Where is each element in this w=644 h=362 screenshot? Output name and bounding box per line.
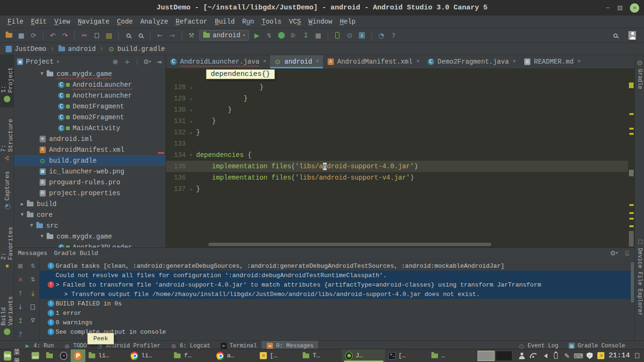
tree-row-demo1fragment[interactable]: CDemo1Fragment (14, 101, 165, 112)
menu-item-navigate[interactable]: Navigate (74, 18, 113, 25)
message-line-3[interactable]: > Transform output file /home/zhaoyu/ins… (40, 289, 635, 299)
rail-tab-build-variants[interactable]: Build Variants (0, 274, 14, 340)
rail-tab-captures[interactable]: ◔Captures (3, 166, 11, 215)
code-line-130[interactable]: 130▵ } (166, 104, 628, 115)
tool-window-button-4--run[interactable]: ▶4: Run (19, 341, 58, 349)
tool-window-button-event-log[interactable]: ○Event Log (513, 341, 563, 349)
launcher-camera[interactable] (57, 349, 71, 362)
menu-item-code[interactable]: Code (113, 18, 137, 25)
menu-item-build[interactable]: Build (211, 18, 239, 25)
stripe-mark-7[interactable] (629, 218, 634, 220)
fold-marker[interactable]: ▵ (186, 186, 196, 192)
message-line-6[interactable]: i0 warnings (40, 318, 635, 327)
code-line-133[interactable]: 133 (166, 138, 628, 149)
fold-marker[interactable]: ▿ (186, 152, 196, 158)
stripe-mark-2[interactable] (629, 128, 634, 130)
project-panel-title[interactable]: Project (26, 58, 54, 66)
mint-menu-button[interactable]: lm菜单 (0, 349, 28, 362)
dock-icon[interactable]: ⍗ (623, 249, 631, 257)
hide-panel-icon[interactable]: ⇥ (155, 58, 163, 66)
messages-copy-console-button[interactable] (27, 302, 39, 312)
tree-row-android-iml[interactable]: ≡android.iml (14, 133, 165, 144)
stripe-mark-8[interactable] (629, 225, 634, 227)
taskbar-window-0[interactable]: li… (85, 349, 128, 362)
keyboard-icon[interactable]: ⌨ (575, 352, 582, 360)
toolbar-stop-button[interactable]: ■ (312, 30, 324, 41)
toolbar-find-button[interactable] (122, 30, 134, 41)
tree-row-androidmanifest-xml[interactable]: AAndroidManifest.xml (14, 144, 165, 155)
taskbar-window-6[interactable]: J… (342, 349, 385, 362)
editor-tab-readmer-md[interactable]: ≣READMER.md× (520, 55, 585, 68)
toolbar-undo-button[interactable]: ↶ (47, 30, 59, 41)
code-line-136[interactable]: 136 implementation files('libs/android-s… (166, 172, 628, 183)
tree-row-demo2fragment[interactable]: CDemo2Fragment (14, 112, 165, 123)
tree-expand-arrow[interactable]: ▼ (27, 223, 36, 228)
stripe-mark-3[interactable] (629, 133, 634, 135)
code-line-135[interactable]: 135 implementation files('libs/android-s… (166, 161, 628, 172)
toolbar-help-button[interactable]: ? (388, 30, 400, 41)
menu-item-window[interactable]: Window (305, 18, 336, 25)
tree-row-anotherlauncher[interactable]: CAnotherLauncher (14, 90, 165, 101)
menu-item-refactor[interactable]: Refactor (172, 18, 211, 25)
menu-item-edit[interactable]: Edit (27, 18, 51, 25)
tree-row-another3dloader[interactable]: CAnother3DLoader (14, 242, 165, 247)
tree-expand-arrow[interactable]: ▼ (38, 234, 46, 239)
messages-close-button[interactable]: ✕ (14, 275, 26, 284)
code-line-131[interactable]: 131▵ } (166, 115, 628, 127)
toolbar-avd-button[interactable] (331, 30, 344, 41)
menu-item-run[interactable]: Run (239, 18, 258, 25)
toolbar-avatar-button[interactable] (626, 30, 638, 41)
fold-marker[interactable]: ▵ (186, 96, 196, 101)
editor-tab-demo2fragment-java[interactable]: CDemo2Fragment.java× (423, 55, 520, 68)
rail-tab----project[interactable]: 1: Project (0, 55, 14, 107)
tree-expand-arrow[interactable]: ▼ (18, 212, 26, 217)
code-line-128[interactable]: 128▵ } (166, 82, 628, 93)
messages-title[interactable]: Messages (18, 250, 47, 257)
editor-horizontal-scrollbar[interactable] (208, 243, 491, 246)
rail-tab----favorites[interactable]: ★2: Favorites (0, 215, 14, 274)
toolbar-copy-button[interactable] (91, 30, 103, 41)
tree-row-com-mygdx-game[interactable]: ▼com.mygdx.game (14, 231, 165, 242)
code-line-132[interactable]: 132▵} (166, 127, 628, 138)
taskbar-window-5[interactable]: T… (299, 349, 342, 362)
breadcrumb-item-build.gradle[interactable]: ⊙build.gradle (107, 45, 165, 53)
menu-item-file[interactable]: File (4, 18, 27, 25)
tree-row-build[interactable]: ▶build (14, 198, 165, 209)
toolbar-paste-button[interactable]: ▤ (103, 30, 115, 41)
tree-row-src[interactable]: ▼src (14, 220, 165, 231)
tool-window-button-0--messages[interactable]: ≡0: Messages (262, 341, 318, 349)
rail-tab----structure[interactable]: ⁂7: Structure (0, 107, 14, 166)
editor-tab-android[interactable]: ⊙android× (270, 55, 323, 68)
close-tab-icon[interactable]: × (578, 58, 581, 65)
code-line-129[interactable]: 129▵ } (166, 93, 628, 104)
run-config-selector[interactable]: android▾ (199, 30, 249, 41)
stripe-mark-6[interactable] (629, 212, 634, 214)
tree-row-mainactivity[interactable]: CMainActivity (14, 123, 165, 133)
toolbar-forward-button[interactable]: → (166, 30, 178, 41)
notes-icon[interactable]: N (597, 352, 605, 360)
code-line-137[interactable]: 137▵} (166, 183, 628, 195)
message-line-0[interactable]: iGradle tasks [clean, :android:generateD… (40, 261, 635, 271)
tree-row-core[interactable]: ▼core (14, 209, 165, 220)
toolbar-replace-button[interactable] (134, 30, 147, 41)
messages-collapse-all-button[interactable]: ⇅ (27, 275, 39, 284)
stripe-mark-4[interactable] (629, 170, 634, 176)
input-pen-icon[interactable]: ✎ (563, 352, 571, 360)
gear-icon[interactable]: ⚙▾ (143, 58, 151, 66)
toolbar-redo-button[interactable]: ↷ (59, 30, 71, 41)
close-tab-icon[interactable]: × (263, 58, 266, 65)
toolbar-attach-button[interactable]: ↧ (300, 30, 312, 41)
messages-jump-source-button[interactable]: ↥ (14, 316, 26, 325)
stripe-mark-0[interactable] (629, 82, 634, 88)
tree-row-ic-launcher-web-png[interactable]: ▦ic_launcher-web.png (14, 166, 165, 177)
gear-icon[interactable]: ⚙▾ (610, 249, 618, 257)
user-tray-icon[interactable] (518, 352, 526, 360)
tool-window-button-todo[interactable]: ◎TODO (58, 341, 91, 349)
messages-scrollbar[interactable] (631, 262, 634, 303)
toolbar-run-button[interactable]: ▶ (251, 30, 263, 41)
editor-content[interactable]: 128▵ }129▵ }130▵ }131▵ }132▵}133134▿depe… (166, 68, 635, 247)
launcher-peek[interactable]: P (71, 349, 85, 362)
workspace-1[interactable] (478, 351, 495, 361)
locate-icon[interactable]: ⊕ (112, 58, 119, 66)
menu-item-vcs[interactable]: VCS (285, 18, 305, 25)
